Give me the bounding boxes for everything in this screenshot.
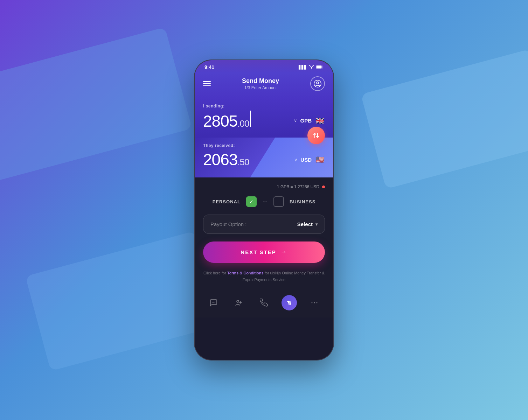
bg-decoration-2	[25, 231, 220, 371]
receiving-amount-display: 2063 .50	[203, 150, 249, 169]
sending-section: I sending: 2805 .00 ∨ GPB 🇬🇧	[195, 98, 333, 138]
next-step-button[interactable]: NEXT STEP →	[203, 241, 325, 263]
cursor	[250, 111, 251, 127]
svg-rect-1	[317, 65, 322, 68]
battery-icon	[316, 65, 324, 70]
terms-prefix: Click here for	[203, 271, 227, 275]
payout-option-dropdown[interactable]: Payout Option : Select ▾	[203, 215, 325, 234]
nav-more[interactable]	[307, 295, 322, 310]
sending-currency-selector[interactable]: ∨ GPB 🇬🇧	[294, 115, 325, 126]
chevron-down-icon: ∨	[294, 118, 297, 123]
status-bar: 9:41 ▋▋▋	[195, 60, 333, 73]
receiving-amount-row: 2063 .50 ∨ USD 🇺🇸	[203, 150, 325, 169]
bg-decoration-1	[0, 27, 192, 183]
svg-point-3	[317, 82, 319, 84]
chevron-down-icon-2: ∨	[294, 157, 298, 162]
menu-button[interactable]	[203, 81, 211, 86]
payout-option-label: Payout Option :	[210, 221, 246, 227]
receiving-amount-integer: 2063	[203, 150, 237, 169]
app-header: Send Money 1/3 Enter Amount	[195, 73, 333, 98]
menu-line-2	[203, 83, 211, 84]
nav-contacts[interactable]	[231, 295, 246, 310]
receiving-currency-code: USD	[300, 157, 312, 163]
nav-transfer[interactable]: $	[282, 295, 297, 310]
menu-line-3	[203, 85, 211, 86]
personal-label: PERSONAL	[213, 199, 241, 204]
rate-status-dot	[322, 186, 325, 188]
sending-currency-flag: 🇬🇧	[314, 115, 325, 126]
signal-icon: ▋▋▋	[299, 65, 307, 70]
sending-amount-display: 2805 .00	[203, 111, 251, 131]
personal-checkbox[interactable]: ✓	[246, 196, 257, 207]
status-icons: ▋▋▋	[299, 65, 324, 70]
sending-currency-code: GPB	[300, 118, 312, 124]
status-time: 9:41	[204, 64, 214, 70]
bg-decoration-3	[361, 49, 528, 189]
sending-label: I sending:	[203, 104, 325, 108]
sending-amount-row: 2805 .00 ∨ GPB 🇬🇧	[203, 111, 325, 131]
terms-text: Click here for Terms & Conditions for ui…	[203, 270, 325, 283]
payout-option-value: Select ▾	[297, 221, 318, 227]
business-label: BUSINESS	[290, 199, 315, 204]
page-title: Send Money	[242, 77, 279, 85]
receiving-inner: They received: 2063 .50 ∨ USD 🇺🇸	[203, 143, 325, 169]
nav-call[interactable]	[256, 295, 272, 310]
next-step-label: NEXT STEP	[241, 249, 276, 255]
svg-point-10	[312, 302, 313, 303]
svg-point-12	[317, 302, 318, 303]
receiving-currency-selector[interactable]: ∨ USD 🇺🇸	[294, 154, 325, 165]
sending-amount-integer: 2805	[203, 112, 237, 131]
menu-line-1	[203, 81, 211, 82]
page-subtitle: 1/3 Enter Amount	[242, 85, 279, 90]
sending-amount-decimal: .00	[237, 118, 249, 129]
avatar-button[interactable]	[310, 76, 325, 91]
account-type-toggle: PERSONAL ✓ ↔ BUSINESS	[203, 196, 325, 207]
header-title-block: Send Money 1/3 Enter Amount	[242, 77, 279, 90]
svg-point-11	[314, 302, 315, 303]
receiving-currency-flag: 🇺🇸	[314, 154, 325, 165]
phone-container: 9:41 ▋▋▋	[194, 59, 334, 360]
swap-button[interactable]	[307, 127, 325, 144]
svg-point-4	[212, 302, 213, 303]
receiving-label: They received:	[203, 143, 325, 148]
bottom-nav: $	[195, 290, 333, 317]
exchange-rate-row: 1 GPB = 1.27266 USD	[203, 184, 325, 189]
exchange-rate-text: 1 GPB = 1.27266 USD	[277, 184, 319, 189]
dark-section: 1 GPB = 1.27266 USD PERSONAL ✓ ↔ BUSINES…	[195, 177, 333, 290]
wifi-icon	[309, 65, 314, 70]
receiving-amount-decimal: .50	[237, 157, 249, 168]
business-checkbox[interactable]	[273, 196, 284, 207]
receiving-section: They received: 2063 .50 ∨ USD 🇺🇸	[195, 138, 333, 177]
terms-link[interactable]: Terms & Conditions	[227, 271, 264, 275]
toggle-arrows-icon: ↔	[262, 198, 268, 205]
next-step-arrow-icon: →	[280, 248, 287, 256]
svg-point-7	[237, 300, 239, 302]
svg-point-5	[213, 302, 214, 303]
payout-selected-value: Select	[297, 221, 313, 227]
svg-point-6	[215, 302, 215, 303]
payout-chevron-icon: ▾	[315, 222, 318, 227]
nav-chat[interactable]	[206, 295, 221, 310]
